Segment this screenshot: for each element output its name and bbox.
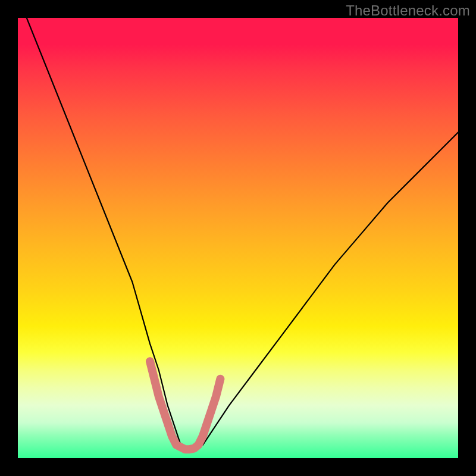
chart-svg [18,18,458,458]
watermark-text: TheBottleneck.com [346,2,470,19]
chart-frame: TheBottleneck.com [0,0,476,476]
bottleneck-curve-path [27,18,458,449]
plot-area [18,18,458,458]
